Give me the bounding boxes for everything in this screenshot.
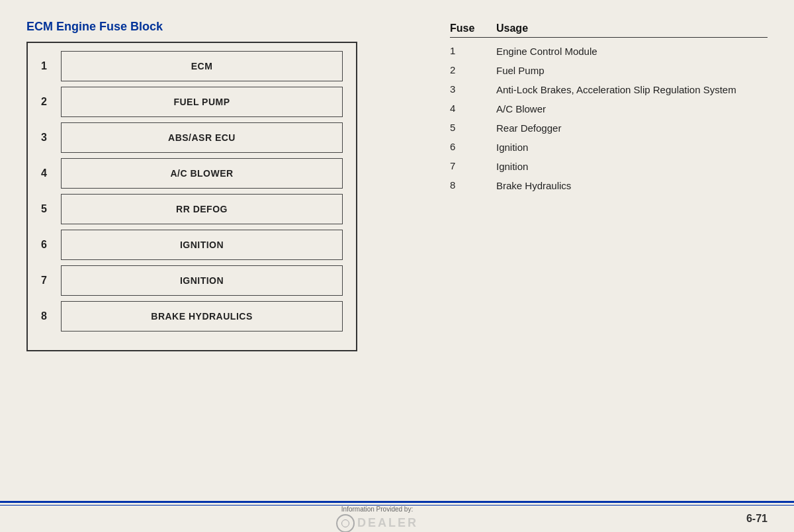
table-row: 3Anti-Lock Brakes, Acceleration Slip Reg… (450, 83, 768, 97)
cell-usage: Anti-Lock Brakes, Acceleration Slip Regu… (496, 83, 768, 97)
fuse-number-label: 5 (41, 203, 61, 215)
cell-usage: Fuel Pump (496, 64, 768, 77)
table-row: 5Rear Defogger (450, 121, 768, 135)
header-usage-label: Usage (496, 22, 528, 34)
fuse-block-section: ECM Engine Fuse Block 1ECM2FUEL PUMP3ABS… (26, 20, 410, 479)
dealer-logo: DEALER (336, 514, 418, 533)
cell-fuse: 6 (450, 140, 496, 152)
fuse-number-label: 1 (41, 60, 61, 72)
fuse-box-label: BRAKE HYDRAULICS (61, 301, 343, 332)
info-provided-text: Information Provided by: (341, 506, 413, 513)
cell-fuse: 8 (450, 179, 496, 191)
fuse-row: 3ABS/ASR ECU (41, 122, 343, 153)
cell-usage: A/C Blower (496, 102, 768, 116)
fuse-box-label: IGNITION (61, 265, 343, 296)
table-row: 6Ignition (450, 140, 768, 154)
fuse-block-outer: 1ECM2FUEL PUMP3ABS/ASR ECU4A/C BLOWER5RR… (26, 42, 357, 351)
fuse-row: 6IGNITION (41, 230, 343, 260)
cell-fuse: 1 (450, 44, 496, 56)
fuse-box-label: FUEL PUMP (61, 87, 343, 117)
cell-usage: Engine Control Module (496, 44, 768, 58)
fuse-box-label: IGNITION (61, 230, 343, 260)
fuse-number-label: 4 (41, 167, 61, 179)
table-row: 8Brake Hydraulics (450, 179, 768, 193)
cell-fuse: 3 (450, 83, 496, 95)
table-row: 2Fuel Pump (450, 64, 768, 77)
cell-fuse: 4 (450, 102, 496, 114)
dealer-text-logo: DEALER (357, 516, 418, 530)
bottom-logo-area: Information Provided by: DEALER (260, 506, 494, 533)
fuse-table-rows: 1Engine Control Module2Fuel Pump3Anti-Lo… (450, 44, 768, 193)
fuse-number-label: 3 (41, 132, 61, 144)
cell-fuse: 2 (450, 64, 496, 75)
cell-usage: Ignition (496, 140, 768, 154)
cell-fuse: 5 (450, 121, 496, 133)
table-row: 1Engine Control Module (450, 44, 768, 58)
fuse-row: 4A/C BLOWER (41, 158, 343, 189)
col-fuse-header: Fuse (450, 22, 496, 34)
dealer-circle-icon (336, 514, 355, 533)
col-usage-header: Usage (496, 22, 768, 34)
cell-usage: Brake Hydraulics (496, 179, 768, 193)
bottom-row: Information Provided by: DEALER 6-71 (0, 506, 794, 532)
fuse-box-label: ABS/ASR ECU (61, 122, 343, 153)
table-header-row: Fuse Usage (450, 22, 768, 38)
fuse-row: 5RR DEFOG (41, 194, 343, 224)
table-row: 4A/C Blower (450, 102, 768, 116)
fuse-number-label: 7 (41, 275, 61, 287)
fuse-table-section: Fuse Usage 1Engine Control Module2Fuel P… (450, 20, 768, 479)
cell-usage: Ignition (496, 159, 768, 173)
fuse-row: 8BRAKE HYDRAULICS (41, 301, 343, 332)
bottom-bar: Information Provided by: DEALER 6-71 (0, 496, 794, 532)
fuse-number-label: 8 (41, 310, 61, 322)
fuse-number-label: 6 (41, 239, 61, 251)
cell-fuse: 7 (450, 159, 496, 171)
header-fuse-label: Fuse (450, 22, 474, 34)
fuse-row: 2FUEL PUMP (41, 87, 343, 117)
fuse-number-label: 2 (41, 96, 61, 108)
fuse-row: 1ECM (41, 51, 343, 81)
fuse-box-label: RR DEFOG (61, 194, 343, 224)
cell-usage: Rear Defogger (496, 121, 768, 135)
page-number: 6-71 (728, 513, 768, 525)
fuse-box-label: A/C BLOWER (61, 158, 343, 189)
fuse-row: 7IGNITION (41, 265, 343, 296)
fuse-box-label: ECM (61, 51, 343, 81)
fuse-block-title: ECM Engine Fuse Block (26, 20, 410, 34)
table-row: 7Ignition (450, 159, 768, 173)
